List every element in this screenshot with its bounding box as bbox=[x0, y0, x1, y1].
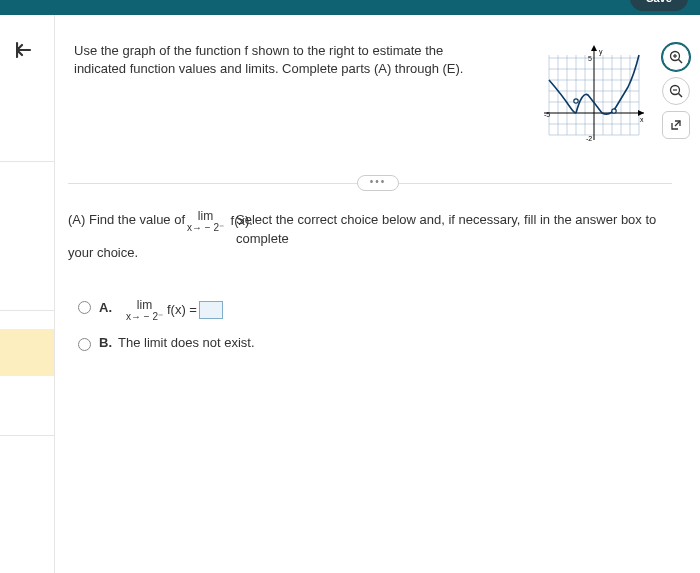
graph-tools bbox=[662, 43, 692, 145]
svg-line-30 bbox=[675, 121, 680, 126]
choice-a-limit: lim x→ − 2⁻ bbox=[126, 299, 163, 322]
left-gutter bbox=[0, 15, 54, 573]
current-part-marker bbox=[0, 329, 54, 376]
choice-a-letter: A. bbox=[99, 299, 112, 318]
x-axis-label: x bbox=[640, 116, 644, 123]
svg-line-24 bbox=[678, 59, 682, 63]
zoom-in-button[interactable] bbox=[662, 43, 690, 71]
question-rest: Select the correct choice below and, if … bbox=[236, 211, 676, 249]
gutter-divider bbox=[0, 161, 54, 162]
choice-b-text: The limit does not exist. bbox=[118, 334, 255, 353]
svg-line-28 bbox=[678, 93, 682, 97]
choice-a-radio[interactable] bbox=[78, 301, 91, 314]
y-tick-bottom: -2 bbox=[586, 135, 592, 142]
choice-b: B. The limit does not exist. bbox=[68, 334, 668, 353]
choice-a: A. lim x→ − 2⁻ f(x) = bbox=[68, 299, 668, 322]
choice-b-letter: B. bbox=[99, 334, 112, 353]
gutter-divider bbox=[0, 310, 54, 311]
choice-b-radio[interactable] bbox=[78, 338, 91, 351]
part-a-question: (A) Find the value of lim x→ − 2⁻ f(x). … bbox=[68, 211, 668, 365]
back-button[interactable] bbox=[16, 41, 34, 59]
save-button[interactable]: Save bbox=[630, 0, 688, 11]
limit-expression: lim x→ − 2⁻ bbox=[187, 210, 224, 233]
gutter-divider bbox=[0, 435, 54, 436]
function-graph: y x -5 5 -2 bbox=[544, 45, 644, 145]
zoom-out-button[interactable] bbox=[662, 77, 690, 105]
svg-point-22 bbox=[612, 109, 616, 113]
part-a-label: (A) Find the value of bbox=[68, 212, 185, 227]
x-tick-left: -5 bbox=[544, 111, 550, 118]
y-tick-top: 5 bbox=[588, 55, 592, 62]
svg-point-21 bbox=[574, 99, 578, 103]
answer-input[interactable] bbox=[199, 301, 223, 319]
y-axis-label: y bbox=[599, 48, 603, 56]
expand-button[interactable]: ••• bbox=[357, 175, 399, 191]
choice-a-func: f(x) = bbox=[167, 301, 197, 320]
popout-button[interactable] bbox=[662, 111, 690, 139]
app-header: Save bbox=[0, 0, 700, 15]
svg-marker-20 bbox=[591, 45, 597, 51]
question-prompt: Use the graph of the function f shown to… bbox=[74, 42, 474, 77]
vertical-divider bbox=[54, 15, 55, 573]
